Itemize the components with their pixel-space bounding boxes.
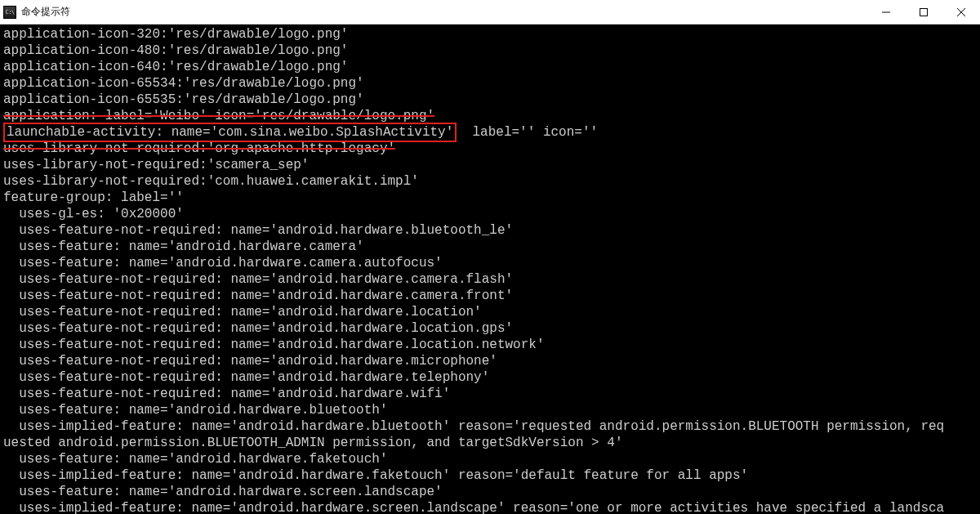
terminal-line: uses-feature: name='android.hardware.scr…	[3, 484, 977, 500]
terminal-line: uses-library-not-required:'org.apache.ht…	[3, 141, 977, 157]
terminal-line: application: label='Weibo' icon='res/dra…	[3, 108, 977, 124]
terminal-line: uses-implied-feature: name='android.hard…	[3, 500, 977, 514]
terminal-line: uses-feature: name='android.hardware.blu…	[3, 402, 977, 418]
terminal-line: uses-feature-not-required: name='android…	[3, 386, 977, 402]
terminal-line: uses-feature-not-required: name='android…	[3, 222, 977, 239]
window-title: 命令提示符	[21, 5, 70, 19]
terminal-line: uses-feature: name='android.hardware.fak…	[3, 451, 977, 467]
terminal-output[interactable]: application-icon-320:'res/drawable/logo.…	[0, 25, 980, 514]
close-button[interactable]	[942, 0, 980, 24]
terminal-line: uses-feature: name='android.hardware.cam…	[3, 255, 977, 271]
terminal-line: application-icon-480:'res/drawable/logo.…	[3, 42, 977, 59]
terminal-line: application-icon-65534:'res/drawable/log…	[3, 75, 977, 92]
terminal-line: uses-library-not-required:'scamera_sep'	[3, 157, 977, 173]
terminal-line: feature-group: label=''	[3, 190, 977, 206]
window-controls	[867, 0, 980, 24]
terminal-line: uses-feature-not-required: name='android…	[3, 337, 977, 353]
window-titlebar: C:\ 命令提示符	[0, 0, 980, 25]
svg-rect-1	[920, 8, 928, 16]
terminal-line: application-icon-640:'res/drawable/logo.…	[3, 59, 977, 75]
terminal-line: uested android.permission.BLUETOOTH_ADMI…	[3, 435, 977, 451]
maximize-button[interactable]	[905, 0, 942, 24]
terminal-line: application-icon-320:'res/drawable/logo.…	[3, 26, 977, 42]
terminal-line: uses-feature-not-required: name='android…	[3, 369, 977, 386]
titlebar-left: C:\ 命令提示符	[0, 5, 70, 19]
terminal-line: uses-feature: name='android.hardware.cam…	[3, 239, 977, 255]
terminal-line: uses-library-not-required:'com.huawei.ca…	[3, 173, 977, 190]
terminal-line: uses-implied-feature: name='android.hard…	[3, 467, 977, 484]
terminal-line: uses-feature-not-required: name='android…	[3, 304, 977, 320]
cmd-prompt-icon: C:\	[3, 6, 16, 19]
terminal-line: uses-feature-not-required: name='android…	[3, 288, 977, 304]
terminal-line: application-icon-65535:'res/drawable/log…	[3, 92, 977, 108]
terminal-line: uses-implied-feature: name='android.hard…	[3, 418, 977, 435]
terminal-line: uses-feature-not-required: name='android…	[3, 353, 977, 369]
minimize-button[interactable]	[867, 0, 905, 24]
terminal-line-highlight: launchable-activity: name='com.sina.weib…	[3, 124, 977, 141]
terminal-line: uses-feature-not-required: name='android…	[3, 271, 977, 288]
terminal-line: uses-gl-es: '0x20000'	[3, 206, 977, 222]
terminal-line: uses-feature-not-required: name='android…	[3, 320, 977, 337]
